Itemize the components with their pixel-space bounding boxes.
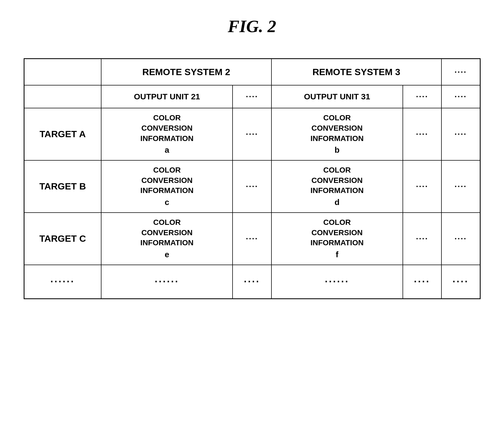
header-dots-2: ···· (233, 85, 271, 108)
color-conv-a: COLORCONVERSIONINFORMATIONa (101, 108, 233, 160)
page-title: FIG. 2 (228, 16, 276, 36)
dots-b-2: ···· (403, 160, 441, 213)
dots-row-1: ······ (101, 265, 233, 299)
dots-c-1: ···· (233, 213, 271, 265)
header-remote-system-2: REMOTE SYSTEM 2 (101, 59, 271, 85)
header-output-unit-21: OUTPUT UNIT 21 (101, 85, 233, 108)
target-b-label: TARGET B (24, 160, 101, 213)
table-row: TARGET B COLORCONVERSIONINFORMATIONc ···… (24, 160, 480, 213)
dots-row-5: ···· (441, 265, 480, 299)
table-row: ······ ······ ···· ······ ···· ···· (24, 265, 480, 299)
color-conv-c: COLORCONVERSIONINFORMATIONc (101, 160, 233, 213)
color-conv-d: COLORCONVERSIONINFORMATIONd (271, 160, 403, 213)
header-output-unit-31: OUTPUT UNIT 31 (271, 85, 403, 108)
table-row: TARGET C COLORCONVERSIONINFORMATIONe ···… (24, 213, 480, 265)
dots-b-1: ···· (233, 160, 271, 213)
header-dots-3: ···· (403, 85, 441, 108)
header-row-systems: REMOTE SYSTEM 2 REMOTE SYSTEM 3 ···· (24, 59, 480, 85)
target-a-label: TARGET A (24, 108, 101, 160)
color-conv-e: COLORCONVERSIONINFORMATIONe (101, 213, 233, 265)
target-c-label: TARGET C (24, 213, 101, 265)
dots-row-3: ······ (271, 265, 403, 299)
dots-a-2: ···· (403, 108, 441, 160)
dots-a-3: ···· (441, 108, 480, 160)
dots-row-target: ······ (24, 265, 101, 299)
dots-c-3: ···· (441, 213, 480, 265)
dots-c-2: ···· (403, 213, 441, 265)
header-remote-system-3: REMOTE SYSTEM 3 (271, 59, 441, 85)
dots-b-3: ···· (441, 160, 480, 213)
color-conv-f: COLORCONVERSIONINFORMATIONf (271, 213, 403, 265)
header-row-units: OUTPUT UNIT 21 ···· OUTPUT UNIT 31 ···· … (24, 85, 480, 108)
dots-a-1: ···· (233, 108, 271, 160)
main-table: REMOTE SYSTEM 2 REMOTE SYSTEM 3 ···· OUT… (24, 58, 481, 299)
dots-row-2: ···· (233, 265, 271, 299)
table-row: TARGET A COLORCONVERSIONINFORMATIONa ···… (24, 108, 480, 160)
header-empty-2 (24, 85, 101, 108)
header-empty-1 (24, 59, 101, 85)
header-dots-4: ···· (441, 85, 480, 108)
table-wrapper: REMOTE SYSTEM 2 REMOTE SYSTEM 3 ···· OUT… (24, 58, 481, 299)
dots-row-4: ···· (403, 265, 441, 299)
color-conv-b: COLORCONVERSIONINFORMATIONb (271, 108, 403, 160)
header-dots-1: ···· (441, 59, 480, 85)
